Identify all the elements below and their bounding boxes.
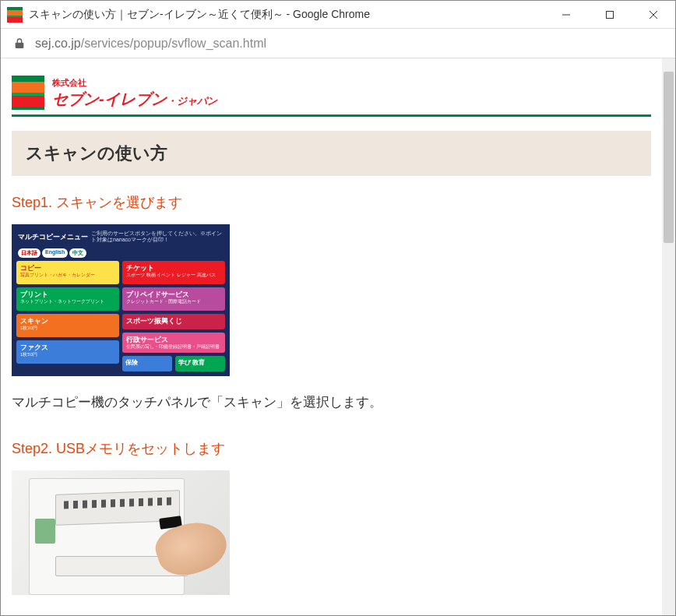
- mc-tile-education: 学び 教育: [175, 356, 225, 371]
- lang-en: English: [42, 248, 68, 258]
- window-title: スキャンの使い方｜セブン‐イレブン～近くて便利～ - Google Chrome: [29, 8, 544, 22]
- mc-tile-print: プリントネットプリント・ネットワークプリント: [16, 287, 119, 311]
- window-titlebar: スキャンの使い方｜セブン‐イレブン～近くて便利～ - Google Chrome: [1, 1, 675, 29]
- page-content: 株式会社 セブン‐イレブン・ジャパン スキャンの使い方 Step1. スキャンを…: [1, 58, 662, 616]
- step1-title: Step1. スキャンを選びます: [12, 193, 651, 212]
- mc-tile-fax: ファクス1枚50円: [16, 340, 119, 364]
- url-host: sej.co.jp: [35, 37, 81, 50]
- usb-insert-photo: [12, 470, 230, 595]
- minimize-button[interactable]: [544, 1, 588, 28]
- favicon-icon: [7, 7, 23, 23]
- mc-header-note: ご利用のサービスボタンを押してください。※ポイント対象はnanacoマークが目印…: [91, 231, 224, 244]
- lang-ja: 日本語: [18, 248, 40, 258]
- url-text: sej.co.jp/services/popup/svflow_scan.htm…: [35, 37, 266, 51]
- mc-tile-copy: コピー写真プリント・ハガキ・カレンダー: [16, 261, 119, 284]
- mc-tile-ticket: チケットスポーツ 映画 イベント レジャー 高速バス: [122, 261, 225, 284]
- logo-text: 株式会社 セブン‐イレブン・ジャパン: [52, 77, 217, 110]
- mc-tile-admin: 行政サービス住民票の写し・印鑑登録証明書・戸籍証明書: [122, 333, 225, 353]
- multicopy-menu-screenshot: マルチコピーメニュー ご利用のサービスボタンを押してください。※ポイント対象はn…: [12, 224, 230, 376]
- mc-tile-prepaid: プリペイドサービスクレジットカード・国際電話カード: [122, 287, 225, 311]
- scroll-thumb[interactable]: [664, 72, 674, 243]
- maximize-button[interactable]: [588, 1, 632, 28]
- svg-rect-1: [607, 11, 614, 18]
- step1-description: マルチコピー機のタッチパネルで「スキャン」を選択します。: [12, 393, 651, 411]
- mc-tile-sports: スポーツ振興くじ: [122, 314, 225, 329]
- logo-suffix: ・ジャパン: [167, 95, 217, 107]
- address-bar[interactable]: sej.co.jp/services/popup/svflow_scan.htm…: [1, 29, 675, 58]
- vertical-scrollbar[interactable]: [662, 58, 675, 616]
- logo-brand: セブン‐イレブン: [52, 90, 167, 107]
- window-controls: [544, 1, 675, 28]
- browser-viewport: 株式会社 セブン‐イレブン・ジャパン スキャンの使い方 Step1. スキャンを…: [1, 58, 675, 616]
- url-path: /services/popup/svflow_scan.html: [81, 37, 266, 50]
- step2-title: Step2. USBメモリをセットします: [12, 439, 651, 458]
- logo-kabushiki: 株式会社: [52, 77, 217, 89]
- mc-header-title: マルチコピーメニュー: [18, 232, 88, 242]
- lock-icon: [13, 37, 26, 50]
- lang-zh: 中文: [69, 248, 86, 258]
- mc-tile-insurance: 保険: [122, 356, 172, 371]
- site-logo[interactable]: 株式会社 セブン‐イレブン・ジャパン: [12, 76, 651, 117]
- mc-tile-scan: スキャン1枚30円: [16, 314, 119, 337]
- seven-eleven-mark-icon: [12, 76, 44, 110]
- close-button[interactable]: [632, 1, 675, 28]
- page-heading: スキャンの使い方: [12, 131, 651, 176]
